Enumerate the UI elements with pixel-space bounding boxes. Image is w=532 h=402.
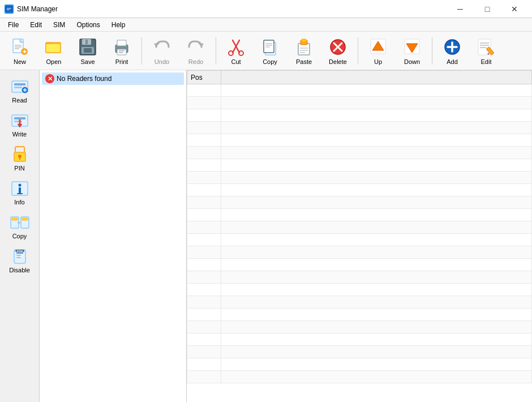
toolbar-undo-button[interactable]: Undo xyxy=(145,34,178,68)
sidebar-copy-button[interactable]: → Copy xyxy=(2,209,38,243)
table-row[interactable] xyxy=(187,333,532,346)
table-row[interactable] xyxy=(187,309,532,321)
maximize-button[interactable]: □ xyxy=(474,2,500,16)
table-row[interactable] xyxy=(187,271,532,284)
toolbar-edit-label: Edit xyxy=(481,58,492,65)
toolbar-delete-button[interactable]: Delete xyxy=(321,34,354,68)
table-row[interactable] xyxy=(187,346,532,358)
menu-help[interactable]: Help xyxy=(106,20,131,30)
info-icon xyxy=(10,179,30,198)
copy-sim-icon: → xyxy=(10,213,30,232)
toolbar-cut-button[interactable]: Cut xyxy=(220,34,252,68)
cell-data xyxy=(221,97,532,109)
svg-rect-65 xyxy=(14,121,22,122)
toolbar-paste-label: Paste xyxy=(296,58,312,65)
toolbar-add-label: Add xyxy=(447,58,458,65)
sidebar-pin-button[interactable]: PIN xyxy=(2,142,38,176)
svg-rect-21 xyxy=(119,50,125,52)
toolbar-open-label: Open xyxy=(46,58,62,65)
menu-edit[interactable]: Edit xyxy=(24,20,48,30)
toolbar-add-button[interactable]: Add xyxy=(436,34,469,68)
close-button[interactable]: ✕ xyxy=(501,2,527,16)
table-row[interactable] xyxy=(187,358,532,371)
table-row[interactable] xyxy=(187,371,532,383)
menu-file[interactable]: File xyxy=(2,20,24,30)
svg-point-23 xyxy=(125,46,126,48)
table-row[interactable] xyxy=(187,122,532,134)
cell-data xyxy=(221,134,532,147)
table-row[interactable] xyxy=(187,284,532,296)
cell-data xyxy=(221,346,532,358)
svg-text:FDN: FDN xyxy=(16,250,23,253)
center-panel: ✕ No Readers found xyxy=(40,70,187,402)
menu-options[interactable]: Options xyxy=(71,20,105,30)
toolbar-down-button[interactable]: Down xyxy=(396,34,428,68)
cell-pos xyxy=(187,196,221,209)
toolbar-save-button[interactable]: Save xyxy=(71,34,104,68)
sidebar-info-button[interactable]: Info xyxy=(2,176,38,209)
table-row[interactable] xyxy=(187,296,532,309)
col-header-pos: Pos xyxy=(187,71,221,84)
delete-icon xyxy=(328,37,348,57)
write-icon xyxy=(10,112,30,130)
toolbar-new-button[interactable]: ✦ New xyxy=(3,34,36,68)
toolbar-up-button[interactable]: Up xyxy=(362,34,394,68)
cell-pos xyxy=(187,97,221,109)
table-row[interactable] xyxy=(187,196,532,209)
cell-data xyxy=(221,159,532,172)
cell-data xyxy=(221,296,532,309)
toolbar-print-button[interactable]: Print xyxy=(105,34,138,68)
table-row[interactable] xyxy=(187,109,532,122)
cell-data xyxy=(221,209,532,221)
svg-rect-35 xyxy=(298,44,310,55)
cell-data xyxy=(221,109,532,122)
table-row[interactable] xyxy=(187,234,532,246)
cell-pos xyxy=(187,259,221,271)
cell-data xyxy=(221,196,532,209)
svg-rect-74 xyxy=(19,187,21,193)
table-row[interactable] xyxy=(187,147,532,159)
sidebar-write-button[interactable]: Write xyxy=(2,108,38,142)
menu-sim[interactable]: SIM xyxy=(48,20,71,30)
sidebar-fdn-button[interactable]: FDN Disable xyxy=(2,243,38,277)
svg-rect-75 xyxy=(17,193,23,194)
table-row[interactable] xyxy=(187,97,532,109)
reader-error-text: No Readers found xyxy=(57,75,111,83)
toolbar-copy-button[interactable]: Copy xyxy=(254,34,286,68)
toolbar-edit-button[interactable]: Edit xyxy=(470,34,503,68)
read-icon xyxy=(10,78,30,96)
print-icon xyxy=(111,37,132,57)
svg-rect-37 xyxy=(302,39,306,42)
table-row[interactable] xyxy=(187,134,532,147)
sidebar-read-button[interactable]: Read xyxy=(2,74,38,108)
toolbar-open-button[interactable]: Open xyxy=(37,34,70,68)
cell-data xyxy=(221,259,532,271)
svg-rect-0 xyxy=(6,6,12,12)
svg-rect-79 xyxy=(22,218,28,220)
svg-rect-59 xyxy=(14,87,22,88)
toolbar-up-label: Up xyxy=(374,58,382,65)
toolbar-redo-button[interactable]: Redo xyxy=(179,34,212,68)
svg-rect-83 xyxy=(16,255,21,256)
table-row[interactable] xyxy=(187,172,532,184)
table-row[interactable] xyxy=(187,246,532,259)
right-panel: Pos xyxy=(187,70,532,402)
data-table: Pos xyxy=(187,70,532,383)
cell-pos xyxy=(187,234,221,246)
table-row[interactable] xyxy=(187,259,532,271)
table-row[interactable] xyxy=(187,209,532,221)
cut-icon xyxy=(226,37,246,57)
toolbar-paste-button[interactable]: Paste xyxy=(288,34,320,68)
minimize-button[interactable]: ─ xyxy=(447,2,473,16)
toolbar-cut-label: Cut xyxy=(231,58,241,65)
table-row[interactable] xyxy=(187,159,532,172)
table-row[interactable] xyxy=(187,221,532,234)
title-bar-left: SIM Manager xyxy=(5,5,58,14)
error-icon: ✕ xyxy=(45,74,54,83)
toolbar-undo-label: Undo xyxy=(155,58,169,65)
svg-rect-31 xyxy=(264,40,274,53)
cell-data xyxy=(221,309,532,321)
table-row[interactable] xyxy=(187,84,532,97)
table-row[interactable] xyxy=(187,184,532,196)
table-row[interactable] xyxy=(187,321,532,333)
